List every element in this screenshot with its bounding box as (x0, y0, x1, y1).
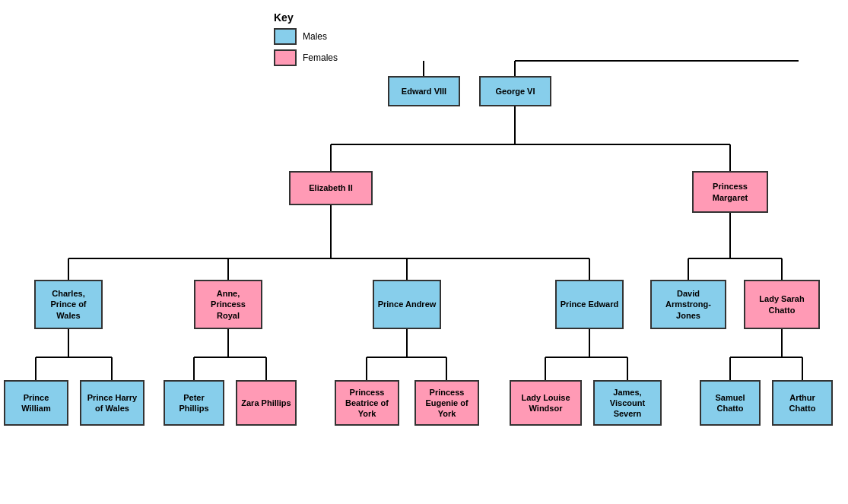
node-prince-andrew: Prince Andrew (373, 280, 441, 329)
node-peter-phillips: Peter Phillips (164, 380, 224, 426)
node-lady-sarah: Lady Sarah Chatto (744, 280, 820, 329)
males-label: Males (303, 31, 327, 42)
key-males: Males (274, 28, 338, 45)
node-prince-william: Prince William (4, 380, 68, 426)
node-princess-beatrice: Princess Beatrice of York (335, 380, 399, 426)
females-label: Females (303, 52, 338, 63)
female-color-swatch (274, 49, 297, 66)
node-princess-margaret: Princess Margaret (692, 171, 768, 213)
node-george-vi: George VI (479, 76, 551, 106)
node-samuel-chatto: Samuel Chatto (700, 380, 761, 426)
key-females: Females (274, 49, 338, 66)
node-lady-louise: Lady Louise Windsor (510, 380, 582, 426)
node-charles: Charles, Prince of Wales (34, 280, 103, 329)
node-princess-eugenie: Princess Eugenie of York (414, 380, 479, 426)
chart-container: Key Males Females (0, 0, 848, 504)
node-james-viscount: James, Viscount Severn (593, 380, 662, 426)
node-david-armstrong: David Armstrong-Jones (650, 280, 726, 329)
node-arthur-chatto: Arthur Chatto (772, 380, 833, 426)
male-color-swatch (274, 28, 297, 45)
key: Key Males Females (274, 11, 338, 71)
node-elizabeth-ii: Elizabeth II (289, 171, 373, 205)
node-prince-harry: Prince Harry of Wales (80, 380, 145, 426)
node-zara-phillips: Zara Phillips (236, 380, 297, 426)
node-prince-edward: Prince Edward (555, 280, 624, 329)
key-title: Key (274, 11, 338, 24)
node-anne: Anne, Princess Royal (194, 280, 262, 329)
node-edward-viii: Edward VIII (388, 76, 460, 106)
